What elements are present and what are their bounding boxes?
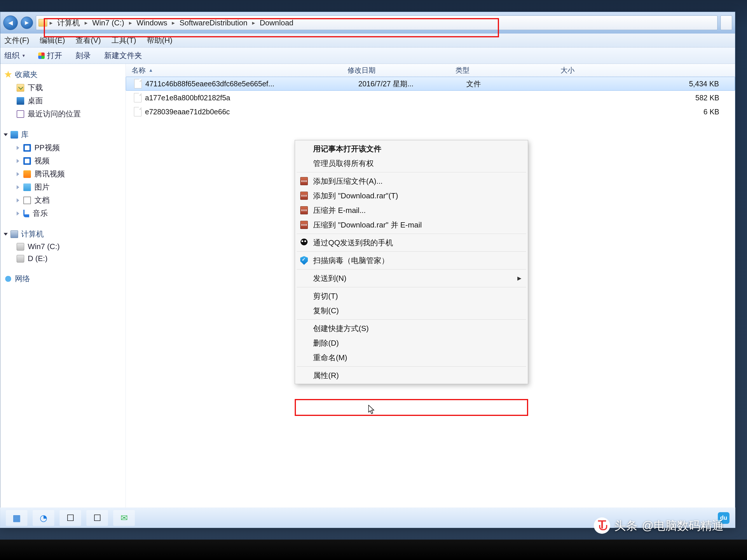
sidebar-item-label: PP视频	[34, 143, 60, 153]
column-size[interactable]: 大小	[561, 65, 735, 75]
sidebar-label: 网络	[15, 273, 30, 284]
qq-icon	[300, 239, 308, 247]
sidebar-network[interactable]: 网络	[2, 272, 124, 285]
file-icon	[134, 93, 141, 102]
expand-icon	[17, 211, 19, 216]
context-menu: 用记事本打开该文件管理员取得所有权添加到压缩文件(A)...添加到 "Downl…	[295, 140, 528, 384]
menu-item-label: 压缩到 "Download.rar" 并 E-mail	[313, 220, 422, 230]
file-size: 5,434 KB	[571, 80, 735, 88]
taskbar-button-wechat[interactable]: ✉	[113, 510, 135, 526]
menu-item-label: 用记事本打开该文件	[313, 144, 381, 154]
chevron-right-icon: ▸	[171, 19, 176, 26]
burn-button[interactable]: 刻录	[76, 50, 91, 61]
sidebar-item-downloads[interactable]: 下载	[2, 81, 124, 94]
pictures-icon	[23, 183, 31, 191]
music-icon	[23, 210, 29, 217]
menu-edit[interactable]: 编辑(E)	[38, 34, 67, 47]
sidebar-item-music[interactable]: 音乐	[2, 207, 124, 220]
menu-item[interactable]: 压缩到 "Download.rar" 并 E-mail	[295, 218, 527, 232]
menu-item[interactable]: 剪切(T)	[295, 289, 527, 303]
rar-icon	[300, 177, 308, 185]
libraries-icon	[10, 131, 18, 138]
chevron-right-icon: ▶	[517, 275, 521, 282]
column-type[interactable]: 类型	[456, 65, 561, 75]
menu-tools[interactable]: 工具(T)	[110, 34, 138, 47]
search-input[interactable]	[720, 16, 732, 30]
monitor-bezel	[0, 540, 747, 560]
file-type: 文件	[466, 79, 571, 89]
file-row[interactable]: e728039eaae71d2b0e66c6 KB	[126, 105, 735, 119]
address-bar[interactable]: ▸ 计算机 ▸ Win7 (C:) ▸ Windows ▸ SoftwareDi…	[36, 16, 718, 30]
sidebar-item-label: 视频	[34, 156, 50, 166]
menu-item-label: 属性(R)	[313, 370, 339, 381]
menu-item[interactable]: 通过QQ发送到我的手机	[295, 235, 527, 250]
menu-view[interactable]: 查看(V)	[74, 34, 103, 47]
sidebar-item-documents[interactable]: 文档	[2, 194, 124, 207]
navigation-bar: ◄ ► ▸ 计算机 ▸ Win7 (C:) ▸ Windows ▸ Softwa…	[0, 12, 735, 33]
menu-separator	[297, 234, 526, 234]
taskbar-button[interactable]: ☐	[59, 510, 81, 526]
file-date: 2016/7/27 星期...	[358, 79, 466, 89]
sidebar-item-label: 图片	[34, 182, 50, 192]
menu-separator	[297, 172, 526, 172]
menu-item[interactable]: 复制(C)	[295, 303, 527, 318]
file-row[interactable]: a177e1e8a800bf02182f5a582 KB	[126, 91, 735, 105]
new-folder-button[interactable]: 新建文件夹	[104, 50, 142, 61]
menu-file[interactable]: 文件(F)	[3, 34, 31, 47]
documents-icon	[23, 196, 31, 204]
open-button[interactable]: 打开	[38, 50, 62, 61]
sidebar-item-label: 下载	[28, 83, 43, 93]
sidebar-item-drive-c[interactable]: Win7 (C:)	[2, 241, 124, 252]
taskbar-button[interactable]: ☐	[86, 510, 108, 526]
file-name: 4711c46b88f65eaee63dfc68e5e665ef...	[145, 80, 358, 88]
sidebar-item-ppvideo[interactable]: PP视频	[2, 141, 124, 154]
menu-item[interactable]: 发送到(N)▶	[295, 271, 527, 286]
menu-separator	[297, 366, 526, 367]
menu-item[interactable]: 用记事本打开该文件	[295, 141, 527, 156]
sidebar-item-pictures[interactable]: 图片	[2, 181, 124, 194]
sidebar-item-drive-e[interactable]: D (E:)	[2, 252, 124, 265]
menu-item-label: 复制(C)	[313, 306, 339, 316]
menu-item[interactable]: 添加到压缩文件(A)...	[295, 174, 527, 188]
menu-separator	[297, 287, 526, 287]
sidebar-item-recent[interactable]: 最近访问的位置	[2, 107, 124, 121]
menu-item[interactable]: 删除(D)	[295, 336, 527, 350]
command-bar: 组织 打开 刻录 新建文件夹	[0, 48, 735, 64]
breadcrumb-softwaredistribution[interactable]: SoftwareDistribution	[176, 16, 251, 30]
menu-item[interactable]: 重命名(M)	[295, 350, 527, 365]
watermark-handle: @电脑数码精通	[642, 518, 724, 534]
menu-help[interactable]: 帮助(H)	[145, 34, 174, 47]
menu-item[interactable]: 创建快捷方式(S)	[295, 321, 527, 336]
sidebar-item-txvideo[interactable]: 腾讯视频	[2, 167, 124, 181]
rar-icon	[300, 221, 308, 229]
file-icon	[134, 79, 142, 88]
sidebar-computer[interactable]: 计算机	[2, 228, 124, 241]
sidebar-item-desktop[interactable]: 桌面	[2, 94, 124, 107]
sidebar-libraries[interactable]: 库	[2, 128, 124, 141]
taskbar-button[interactable]: ▦	[6, 510, 27, 526]
column-date[interactable]: 修改日期	[347, 65, 456, 75]
sidebar-item-label: 文档	[34, 195, 50, 205]
chevron-right-icon: ▸	[48, 19, 54, 26]
menu-item[interactable]: 扫描病毒（电脑管家）	[295, 253, 527, 268]
file-size: 6 KB	[571, 108, 735, 116]
organize-button[interactable]: 组织	[4, 50, 25, 61]
breadcrumb-download[interactable]: Download	[256, 16, 297, 30]
breadcrumb-computer[interactable]: 计算机	[54, 16, 83, 30]
file-row[interactable]: 4711c46b88f65eaee63dfc68e5e665ef...2016/…	[126, 77, 735, 91]
menu-item[interactable]: 属性(R)	[295, 368, 527, 383]
breadcrumb-windows[interactable]: Windows	[133, 16, 171, 30]
back-button[interactable]: ◄	[3, 16, 18, 30]
sidebar-item-label: 音乐	[33, 208, 48, 218]
drive-icon	[17, 255, 24, 263]
column-name[interactable]: 名称▲	[132, 65, 347, 75]
menu-item[interactable]: 管理员取得所有权	[295, 156, 527, 170]
recent-icon	[17, 110, 24, 118]
forward-button[interactable]: ►	[21, 17, 33, 29]
sidebar-favorites[interactable]: 收藏夹	[2, 68, 124, 81]
breadcrumb-drive[interactable]: Win7 (C:)	[89, 16, 128, 30]
sidebar-item-videos[interactable]: 视频	[2, 154, 124, 167]
menu-item[interactable]: 添加到 "Download.rar"(T)	[295, 188, 527, 203]
taskbar-button[interactable]: ◔	[33, 510, 54, 526]
menu-item[interactable]: 压缩并 E-mail...	[295, 203, 527, 218]
